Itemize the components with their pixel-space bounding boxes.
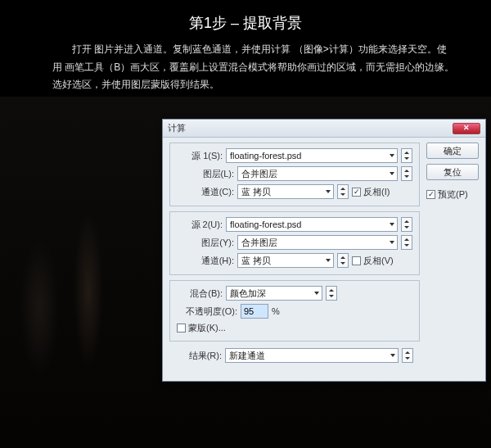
- stepper-icon[interactable]: [401, 217, 412, 232]
- source1-file-value: floating-forest.psd: [230, 151, 301, 161]
- source1-channel-value: 蓝 拷贝: [241, 186, 271, 198]
- source1-invert-checkbox[interactable]: ✓ 反相(I): [352, 186, 390, 198]
- source2-channel-value: 蓝 拷贝: [241, 255, 271, 267]
- close-button[interactable]: ✕: [453, 123, 480, 134]
- stepper-icon[interactable]: [401, 166, 412, 181]
- source1-group: 源 1(S): floating-forest.psd 图层(L): 合并图层 …: [169, 143, 420, 206]
- checkbox-icon: ✓: [352, 188, 361, 197]
- page-title: 第1步 – 提取背景: [0, 0, 491, 41]
- ok-button[interactable]: 确定: [426, 143, 479, 159]
- source1-label: 源 1(S):: [177, 150, 223, 162]
- source1-file-select[interactable]: floating-forest.psd: [226, 148, 398, 163]
- result-value: 新建通道: [229, 350, 265, 362]
- blend-group: 混合(B): 颜色加深 不透明度(O): 95 % 蒙版(K)...: [169, 280, 420, 342]
- source2-invert-label: 反相(V): [363, 255, 394, 267]
- result-select[interactable]: 新建通道: [225, 348, 399, 363]
- source2-file-select[interactable]: floating-forest.psd: [226, 217, 398, 232]
- source1-channel-select[interactable]: 蓝 拷贝: [237, 184, 334, 199]
- stepper-icon[interactable]: [402, 348, 413, 363]
- stepper-icon[interactable]: [326, 286, 337, 301]
- result-group: 结果(R): 新建通道: [169, 346, 420, 369]
- source1-layer-value: 合并图层: [241, 168, 277, 180]
- source2-layer-value: 合并图层: [241, 237, 277, 249]
- close-icon: ✕: [463, 124, 470, 132]
- result-label: 结果(R):: [176, 350, 222, 362]
- calculations-dialog: 计算 ✕ 源 1(S): floating-forest.psd 图层(L): …: [162, 119, 486, 382]
- source2-layer-select[interactable]: 合并图层: [237, 235, 398, 250]
- source2-group: 源 2(U): floating-forest.psd 图层(Y): 合并图层 …: [169, 211, 420, 275]
- source1-invert-label: 反相(I): [363, 186, 390, 198]
- blend-mode-select[interactable]: 颜色加深: [226, 286, 322, 301]
- preview-label: 预览(P): [438, 188, 468, 201]
- mask-checkbox[interactable]: 蒙版(K)...: [177, 322, 226, 334]
- stepper-icon[interactable]: [401, 148, 412, 163]
- titlebar-text: 计算: [168, 122, 453, 134]
- source1-channel-label: 通道(C):: [177, 186, 234, 198]
- blend-mode-value: 颜色加深: [230, 287, 266, 300]
- checkbox-icon: [177, 324, 186, 333]
- source2-label: 源 2(U):: [177, 219, 223, 231]
- stepper-icon[interactable]: [337, 184, 349, 199]
- stepper-icon[interactable]: [401, 235, 412, 250]
- mask-label: 蒙版(K)...: [188, 322, 226, 334]
- stepper-icon[interactable]: [337, 253, 349, 268]
- opacity-input[interactable]: 95: [241, 304, 268, 319]
- source1-layer-select[interactable]: 合并图层: [237, 166, 398, 181]
- source2-file-value: floating-forest.psd: [230, 219, 301, 229]
- source1-layer-label: 图层(L):: [177, 168, 234, 180]
- source2-channel-select[interactable]: 蓝 拷贝: [237, 253, 334, 268]
- reset-button[interactable]: 复位: [426, 164, 479, 180]
- opacity-label: 不透明度(O):: [177, 305, 237, 318]
- percent-label: %: [272, 306, 280, 316]
- checkbox-icon: ✓: [426, 190, 435, 199]
- checkbox-icon: [352, 256, 361, 265]
- blend-label: 混合(B):: [177, 287, 223, 300]
- source2-invert-checkbox[interactable]: 反相(V): [352, 255, 394, 267]
- titlebar[interactable]: 计算 ✕: [163, 120, 485, 138]
- preview-checkbox[interactable]: ✓ 预览(P): [426, 188, 479, 201]
- source2-layer-label: 图层(Y):: [177, 237, 234, 249]
- source2-channel-label: 通道(H):: [177, 255, 234, 267]
